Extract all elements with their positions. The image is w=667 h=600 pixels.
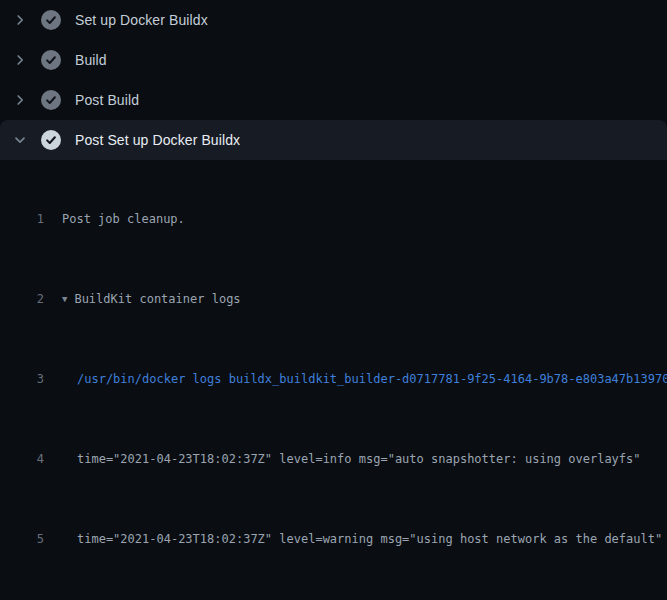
log-text: time="2021-04-23T18:02:37Z" level=info m…	[62, 449, 641, 469]
log-line: 1 Post job cleanup.	[0, 209, 667, 229]
chevron-right-icon[interactable]	[12, 52, 28, 68]
check-circle-icon	[41, 90, 61, 110]
steps-list: Set up Docker Buildx Build Post Build Po…	[0, 0, 667, 160]
check-circle-icon	[41, 10, 61, 30]
step-label: Post Set up Docker Buildx	[75, 132, 240, 148]
log-line: 2 ▼BuildKit container logs	[0, 289, 667, 309]
log-text: ▼BuildKit container logs	[62, 289, 241, 309]
log-line: 4 time="2021-04-23T18:02:37Z" level=info…	[0, 449, 667, 469]
line-number[interactable]: 4	[0, 449, 44, 469]
step-row[interactable]: Post Set up Docker Buildx	[0, 120, 667, 160]
step-row[interactable]: Build	[0, 40, 667, 80]
chevron-right-icon[interactable]	[12, 92, 28, 108]
line-number[interactable]: 2	[0, 289, 44, 309]
step-label: Set up Docker Buildx	[75, 12, 208, 28]
line-number[interactable]: 3	[0, 369, 44, 389]
line-number[interactable]: 1	[0, 209, 44, 229]
chevron-down-icon[interactable]	[12, 132, 28, 148]
triangle-down-icon[interactable]: ▼	[62, 294, 67, 304]
chevron-right-icon[interactable]	[12, 12, 28, 28]
log-viewer: 1 Post job cleanup. 2 ▼BuildKit containe…	[0, 160, 667, 600]
log-text: Post job cleanup.	[62, 209, 185, 229]
check-circle-icon	[41, 50, 61, 70]
step-row[interactable]: Post Build	[0, 80, 667, 120]
log-line: 3 /usr/bin/docker logs buildx_buildkit_b…	[0, 369, 667, 389]
step-label: Post Build	[75, 92, 139, 108]
step-row[interactable]: Set up Docker Buildx	[0, 0, 667, 40]
step-label: Build	[75, 52, 107, 68]
line-number[interactable]: 5	[0, 529, 44, 549]
check-circle-icon	[41, 130, 61, 150]
log-line: 5 time="2021-04-23T18:02:37Z" level=warn…	[0, 529, 667, 549]
log-text: time="2021-04-23T18:02:37Z" level=warnin…	[62, 529, 662, 549]
log-text: /usr/bin/docker logs buildx_buildkit_bui…	[62, 369, 667, 389]
